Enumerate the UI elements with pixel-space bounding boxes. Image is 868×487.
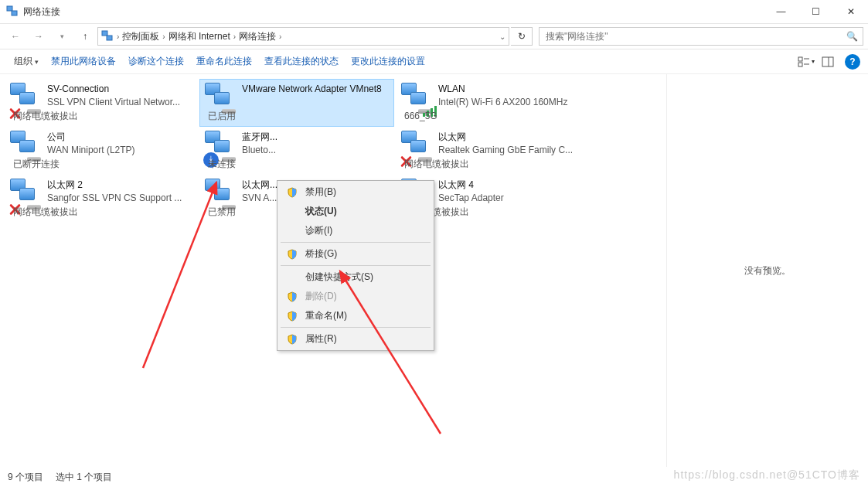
maximize-button[interactable]: ☐	[798, 0, 833, 23]
back-button[interactable]: ←	[5, 26, 26, 47]
connection-name: 公司	[47, 131, 196, 144]
help-button[interactable]: ?	[845, 54, 860, 70]
breadcrumb[interactable]: 控制面板	[122, 30, 159, 43]
shield-icon	[284, 291, 301, 302]
preview-pane-button[interactable]	[817, 53, 839, 71]
minimize-button[interactable]: —	[764, 0, 798, 23]
preview-empty-text: 没有预览。	[744, 264, 791, 278]
connection-tile[interactable]: SV-Connection网络电缆被拔出SSL VPN Client Virtu…	[5, 79, 199, 127]
menu-item-label: 创建快捷方式(S)	[301, 271, 373, 284]
menu-item-label: 桥接(G)	[301, 247, 337, 261]
connection-tile[interactable]: ᚼ蓝牙网...未连接Blueto...	[199, 127, 394, 175]
connection-info: WLAN666_5GIntel(R) Wi-Fi 6 AX200 160MHz	[435, 81, 587, 124]
connection-status: 未连接	[239, 154, 243, 172]
connection-status: 网络电缆被拔出	[44, 106, 86, 124]
svg-rect-8	[822, 57, 833, 66]
connection-info: VMware Network Adapter VMnet8已启用	[239, 81, 390, 124]
search-icon[interactable]: 🔍	[846, 31, 858, 42]
chevron-icon: ›	[233, 32, 236, 41]
menu-item-label: 禁用(B)	[301, 186, 336, 199]
menu-item[interactable]: 禁用(B)	[279, 182, 432, 202]
refresh-button[interactable]: ↻	[511, 27, 533, 46]
svg-rect-5	[798, 63, 802, 66]
connection-tile[interactable]: 公司已断开连接WAN Miniport (L2TP)	[5, 127, 199, 175]
diagnose-button[interactable]: 诊断这个连接	[122, 51, 190, 73]
connection-info: 以太网 2网络电缆被拔出Sangfor SSL VPN CS Support .…	[44, 177, 196, 220]
menu-item-label: 属性(R)	[301, 332, 337, 346]
breadcrumb[interactable]: 网络和 Internet	[168, 30, 230, 43]
shield-icon	[284, 334, 301, 345]
connection-info: 以太网网络电缆被拔出Realtek Gaming GbE Family C...	[435, 129, 587, 172]
menu-item[interactable]: 属性(R)	[279, 329, 432, 349]
connection-info: 以太网 4网络电缆被拔出SecTap Adapter	[435, 177, 587, 220]
organize-button[interactable]: 组织	[8, 51, 45, 73]
connection-tile[interactable]: WLAN666_5GIntel(R) Wi-Fi 6 AX200 160MHz	[396, 79, 591, 127]
change-settings-button[interactable]: 更改此连接的设置	[345, 51, 431, 73]
svg-rect-3	[107, 36, 112, 40]
menu-item[interactable]: 桥接(G)	[279, 244, 432, 264]
context-menu: 禁用(B)状态(U)诊断(I)桥接(G)创建快捷方式(S)删除(D)重命名(M)…	[277, 180, 434, 351]
connections-pane[interactable]: SV-Connection网络电缆被拔出SSL VPN Client Virtu…	[0, 74, 666, 467]
connection-status: 已断开连接	[44, 154, 67, 172]
connection-name: SV-Connection	[47, 83, 196, 96]
rename-connection-button[interactable]: 重命名此连接	[190, 51, 258, 73]
menu-item-label: 诊断(I)	[301, 224, 332, 237]
menu-item-label: 重命名(M)	[301, 309, 347, 322]
preview-pane: 没有预览。	[666, 74, 868, 467]
chevron-icon: ›	[279, 32, 281, 41]
menu-item[interactable]: 重命名(M)	[279, 306, 432, 325]
connection-name: 蓝牙网...	[242, 131, 390, 144]
forward-button[interactable]: →	[28, 26, 49, 47]
status-selected-count: 选中 1 个项目	[56, 471, 112, 484]
navigation-bar: ← → ▾ ↑ › 控制面板 › 网络和 Internet › 网络连接 › ⌄…	[0, 23, 868, 49]
location-icon	[101, 30, 114, 43]
title-bar: 网络连接 — ☐ ✕	[0, 0, 868, 23]
menu-item-label: 删除(D)	[301, 290, 337, 303]
disable-device-button[interactable]: 禁用此网络设备	[45, 51, 122, 73]
connection-info: 蓝牙网...未连接Blueto...	[239, 129, 390, 172]
chevron-icon: ›	[162, 32, 165, 41]
menu-item[interactable]: 诊断(I)	[279, 221, 432, 240]
connection-name: 以太网 2	[47, 179, 196, 192]
connection-device: Blueto...	[242, 144, 390, 157]
connection-status: 已禁用	[239, 202, 243, 220]
connection-status: 网络电缆被拔出	[435, 202, 477, 220]
menu-item[interactable]: 创建快捷方式(S)	[279, 267, 432, 287]
status-bar: 9 个项目 选中 1 个项目	[0, 467, 120, 487]
connection-status: 666_5G	[435, 106, 445, 124]
status-item-count: 9 个项目	[8, 471, 43, 484]
svg-rect-4	[798, 57, 802, 61]
menu-item: 删除(D)	[279, 287, 432, 306]
svg-rect-2	[102, 31, 107, 36]
connection-tile[interactable]: 以太网 2网络电缆被拔出Sangfor SSL VPN CS Support .…	[5, 175, 199, 223]
shield-icon	[284, 311, 301, 322]
connection-name: 以太网 4	[438, 179, 587, 192]
connection-status: 网络电缆被拔出	[435, 154, 477, 172]
connection-name: WLAN	[438, 83, 587, 96]
connection-info: 公司已断开连接WAN Miniport (L2TP)	[44, 129, 196, 172]
connection-tile[interactable]: 以太网网络电缆被拔出Realtek Gaming GbE Family C...	[396, 127, 591, 175]
svg-rect-1	[12, 11, 17, 15]
svg-rect-0	[7, 6, 12, 11]
recent-dropdown[interactable]: ▾	[51, 26, 73, 47]
search-input[interactable]	[544, 30, 846, 43]
connection-tile[interactable]: VMware Network Adapter VMnet8已启用	[199, 79, 394, 127]
app-icon	[6, 5, 19, 18]
up-button[interactable]: ↑	[74, 26, 96, 47]
menu-item-label: 状态(U)	[301, 205, 337, 218]
connection-status: 已启用	[239, 106, 243, 124]
connection-device: WAN Miniport (L2TP)	[47, 144, 196, 157]
shield-icon	[284, 187, 301, 198]
address-bar[interactable]: › 控制面板 › 网络和 Internet › 网络连接 › ⌄	[97, 27, 509, 46]
view-status-button[interactable]: 查看此连接的状态	[258, 51, 345, 73]
connection-name: VMware Network Adapter VMnet8	[242, 83, 390, 96]
connection-status: 网络电缆被拔出	[44, 202, 86, 220]
view-mode-button[interactable]: ▾	[795, 53, 817, 71]
close-button[interactable]: ✕	[833, 0, 868, 23]
window-title: 网络连接	[23, 5, 764, 19]
watermark: https://blog.csdn.net@51CTO博客	[674, 468, 860, 482]
breadcrumb[interactable]: 网络连接	[239, 30, 276, 43]
search-box[interactable]: 🔍	[539, 27, 863, 46]
chevron-down-icon[interactable]: ⌄	[499, 32, 505, 41]
menu-item[interactable]: 状态(U)	[279, 202, 432, 221]
